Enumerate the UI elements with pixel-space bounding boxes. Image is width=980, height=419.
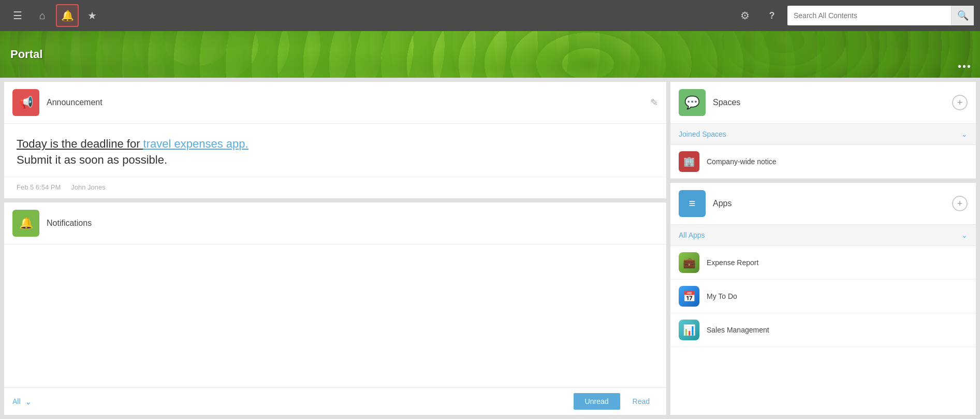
bell-green-icon: 🔔 [19, 216, 33, 230]
gear-icon: ⚙ [740, 9, 750, 22]
all-apps-label[interactable]: All Apps [679, 231, 961, 239]
announcement-meta: Feb 5 6:54 PM John Jones [4, 177, 666, 198]
top-nav: ☰ ⌂ 🔔 ★ ⚙ ? 🔍 [0, 0, 980, 31]
announcement-header: 📢 Announcement ✎ [4, 82, 666, 124]
search-bar: 🔍 [787, 6, 974, 25]
announcement-date: Feb 5 6:54 PM [17, 183, 61, 191]
travel-expenses-link[interactable]: travel expenses app. [143, 137, 248, 150]
pencil-icon: ✎ [650, 97, 658, 108]
sales-mgmt-name: Sales Management [707, 326, 769, 334]
my-todo-icon: 📅 [679, 286, 699, 307]
apps-title: Apps [713, 199, 952, 208]
notifications-footer: All ⌄ Unread Read [4, 387, 666, 415]
search-input[interactable] [787, 11, 951, 20]
all-apps-section: All Apps ⌄ [670, 225, 976, 246]
portal-more-button[interactable]: ••• [958, 61, 972, 73]
help-button[interactable]: ? [760, 4, 783, 27]
joined-spaces-section: Joined Spaces ⌄ [670, 124, 976, 145]
apps-add-button[interactable]: + [952, 196, 968, 211]
expense-icon-glyph: 💼 [683, 256, 696, 269]
apps-widget: ≡ Apps + All Apps ⌄ 💼 Expense Report 📅 M… [670, 183, 976, 415]
app-item-todo[interactable]: 📅 My To Do [670, 280, 976, 313]
announcement-author: John Jones [71, 183, 106, 191]
chevron-down-icon: ⌄ [25, 397, 32, 406]
spaces-header: 💬 Spaces + [670, 82, 976, 124]
announcement-title: Announcement [47, 98, 650, 107]
main-area: 📢 Announcement ✎ Today is the deadline f… [0, 78, 980, 419]
notifications-all-button[interactable]: All [12, 395, 21, 408]
sales-mgmt-icon: 📊 [679, 320, 699, 340]
announcement-card: 📢 Announcement ✎ Today is the deadline f… [4, 82, 666, 198]
space-avatar: 🏢 [679, 151, 699, 172]
help-icon: ? [769, 10, 775, 21]
hamburger-icon: ☰ [13, 9, 22, 22]
app-item-expense[interactable]: 💼 Expense Report [670, 246, 976, 280]
space-item[interactable]: 🏢 Company-wide notice [670, 145, 976, 179]
app-item-sales[interactable]: 📊 Sales Management [670, 313, 976, 347]
gear-button[interactable]: ⚙ [734, 4, 756, 27]
notifications-body [4, 244, 666, 387]
todo-icon-glyph: 📅 [683, 290, 696, 302]
announcement-edit-button[interactable]: ✎ [650, 97, 658, 108]
notifications-read-button[interactable]: Read [624, 393, 658, 410]
portal-banner: Portal ••• [0, 31, 980, 78]
chat-icon: 💬 [684, 95, 700, 110]
left-column: 📢 Announcement ✎ Today is the deadline f… [4, 82, 666, 415]
nav-right: ⚙ ? 🔍 [734, 4, 974, 27]
apps-list-icon: ≡ [689, 197, 696, 210]
notifications-title: Notifications [47, 219, 658, 228]
apps-chevron-icon[interactable]: ⌄ [961, 231, 968, 239]
spaces-widget: 💬 Spaces + Joined Spaces ⌄ 🏢 Company-wid… [670, 82, 976, 179]
hamburger-button[interactable]: ☰ [6, 4, 29, 27]
announcement-text: Today is the deadline for travel expense… [17, 136, 654, 168]
notifications-dropdown-button[interactable]: ⌄ [25, 397, 32, 407]
announcement-body: Today is the deadline for travel expense… [4, 124, 666, 177]
star-button[interactable]: ★ [81, 4, 104, 27]
notifications-header: 🔔 Notifications [4, 203, 666, 244]
joined-spaces-label[interactable]: Joined Spaces [679, 130, 961, 138]
notifications-icon-box: 🔔 [12, 210, 39, 237]
expense-report-name: Expense Report [707, 258, 758, 267]
bell-icon: 🔔 [61, 9, 74, 22]
bell-button[interactable]: 🔔 [56, 4, 79, 27]
home-button[interactable]: ⌂ [31, 4, 54, 27]
search-icon: 🔍 [957, 10, 969, 21]
banner-bg [0, 31, 980, 78]
announcement-icon-box: 📢 [12, 89, 39, 116]
search-button[interactable]: 🔍 [951, 6, 974, 25]
right-column: 💬 Spaces + Joined Spaces ⌄ 🏢 Company-wid… [670, 82, 976, 415]
announcement-body-prefix: Today is the deadline for [17, 137, 143, 150]
expense-report-icon: 💼 [679, 252, 699, 273]
spaces-add-button[interactable]: + [952, 95, 968, 110]
spaces-chevron-icon[interactable]: ⌄ [961, 130, 968, 138]
home-icon: ⌂ [39, 10, 46, 22]
star-icon: ★ [87, 9, 97, 22]
space-name: Company-wide notice [707, 157, 777, 166]
spaces-title: Spaces [713, 98, 952, 107]
sales-icon-glyph: 📊 [683, 324, 696, 336]
announcement-body-line2: Submit it as soon as possible. [17, 153, 167, 166]
my-todo-name: My To Do [707, 292, 737, 300]
space-avatar-icon: 🏢 [683, 156, 695, 167]
apps-icon-box: ≡ [679, 190, 706, 217]
apps-header: ≡ Apps + [670, 183, 976, 225]
megaphone-icon: 📢 [19, 96, 33, 109]
notifications-card: 🔔 Notifications All ⌄ Unread Read [4, 203, 666, 415]
notifications-unread-button[interactable]: Unread [574, 393, 620, 410]
spaces-icon-box: 💬 [679, 89, 706, 116]
portal-title: Portal [10, 48, 42, 61]
